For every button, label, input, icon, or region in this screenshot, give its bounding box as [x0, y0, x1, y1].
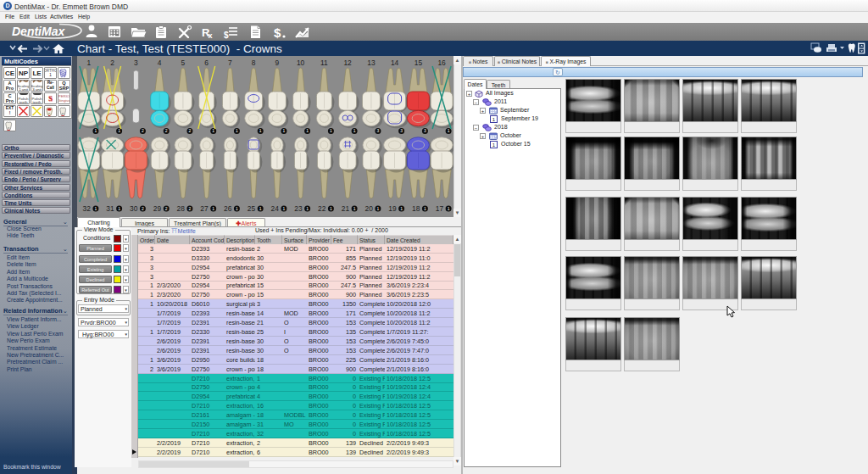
svg-text:1: 1 — [283, 206, 286, 211]
svg-text:1: 1 — [448, 206, 450, 211]
svg-text:2: 2 — [142, 206, 144, 211]
svg-text:1: 1 — [306, 206, 309, 211]
svg-text:x: x — [209, 31, 213, 40]
svg-text:1: 1 — [259, 206, 262, 211]
svg-text:2: 2 — [165, 206, 168, 211]
svg-text:31: 31 — [106, 204, 114, 213]
svg-text:9: 9 — [275, 59, 280, 67]
svg-text:1: 1 — [212, 206, 214, 211]
svg-text:1: 1 — [236, 206, 238, 211]
svg-text:2: 2 — [142, 128, 144, 133]
svg-text:7: 7 — [228, 59, 232, 67]
svg-text:4: 4 — [158, 59, 162, 67]
svg-text:21: 21 — [342, 204, 350, 213]
svg-text:1: 1 — [87, 59, 92, 67]
svg-text:23: 23 — [294, 204, 303, 213]
svg-text:1: 1 — [400, 206, 403, 211]
svg-text:18: 18 — [412, 204, 420, 213]
svg-text:1: 1 — [330, 128, 332, 133]
svg-text:2: 2 — [189, 128, 192, 133]
svg-text:1: 1 — [353, 128, 356, 133]
svg-text:1: 1 — [212, 128, 214, 133]
svg-text:24: 24 — [271, 204, 280, 213]
svg-text:2: 2 — [189, 206, 192, 211]
svg-text:27: 27 — [200, 204, 209, 213]
svg-text:1: 1 — [118, 128, 120, 133]
svg-text:3: 3 — [377, 128, 380, 133]
svg-text:1: 1 — [330, 206, 332, 211]
svg-text:13: 13 — [367, 59, 376, 67]
svg-text:22: 22 — [318, 204, 326, 213]
svg-text:15: 15 — [415, 59, 423, 67]
svg-text:$: $ — [224, 31, 229, 40]
svg-text:1: 1 — [377, 206, 380, 211]
svg-text:12: 12 — [343, 59, 352, 67]
svg-text:16: 16 — [437, 59, 446, 67]
svg-text:17: 17 — [436, 204, 444, 213]
svg-text:30: 30 — [130, 204, 138, 213]
svg-text:3: 3 — [424, 128, 426, 133]
svg-text:2: 2 — [165, 128, 168, 133]
svg-text:32: 32 — [83, 204, 92, 213]
svg-text:14: 14 — [391, 59, 399, 67]
svg-text:1: 1 — [259, 128, 262, 133]
svg-text:29: 29 — [153, 204, 162, 213]
svg-text:5: 5 — [181, 59, 186, 67]
svg-text:1: 1 — [118, 206, 120, 211]
svg-text:8: 8 — [252, 59, 256, 67]
svg-text:11: 11 — [320, 59, 328, 67]
svg-text:3: 3 — [400, 128, 403, 133]
svg-text:26: 26 — [224, 204, 232, 213]
svg-text:2: 2 — [110, 59, 114, 67]
svg-text:1: 1 — [306, 128, 309, 133]
svg-text:1: 1 — [283, 128, 286, 133]
svg-text:1: 1 — [236, 128, 238, 133]
svg-text:10: 10 — [297, 59, 305, 67]
svg-text:1: 1 — [424, 206, 426, 211]
svg-text:$: $ — [274, 25, 281, 40]
svg-text:1: 1 — [95, 206, 97, 211]
svg-text:28: 28 — [177, 204, 186, 213]
svg-text:1: 1 — [448, 128, 450, 133]
svg-text:20: 20 — [365, 204, 374, 213]
svg-text:1: 1 — [95, 128, 97, 133]
svg-text:25: 25 — [248, 204, 256, 213]
svg-text:1: 1 — [353, 206, 356, 211]
svg-text:6: 6 — [204, 59, 209, 67]
svg-text:19: 19 — [388, 204, 397, 213]
svg-text:3: 3 — [134, 59, 138, 67]
